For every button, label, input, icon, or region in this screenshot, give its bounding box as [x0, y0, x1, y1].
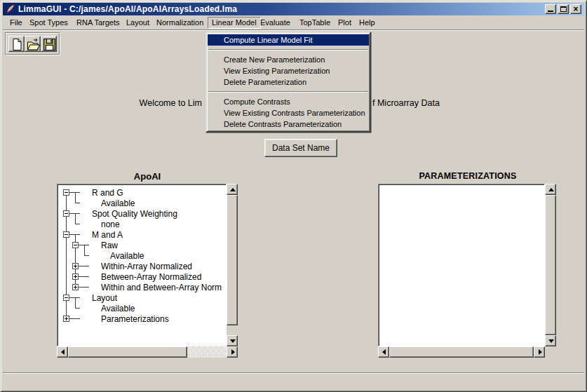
minus-box-icon[interactable]: [63, 210, 69, 217]
arrow-down-icon: [230, 339, 236, 343]
tree-node-within-array-normalized[interactable]: Within-Array Normalized: [98, 262, 192, 271]
tree-guides: [62, 208, 71, 219]
save-file-button[interactable]: [41, 36, 57, 52]
menu-item-compute-contrasts[interactable]: Compute Contrasts: [208, 96, 369, 107]
tree-node-available[interactable]: Available: [98, 198, 135, 208]
menu-item-view-existing-contrasts-parameterization[interactable]: View Existing Contrasts Parameterization: [208, 107, 369, 119]
tree-node-spot-quality-weighting[interactable]: Spot Quality Weighting: [89, 209, 177, 219]
scrollbar-thumb[interactable]: [389, 346, 534, 358]
tree-guides: [80, 261, 89, 271]
plus-box-icon[interactable]: [72, 263, 79, 269]
tree-guides: [80, 303, 89, 313]
dataset-tree-panel: R and GAvailableSpot Quality Weightingno…: [57, 184, 227, 346]
scrollbar-thumb[interactable]: [545, 195, 556, 335]
minus-box-icon[interactable]: [63, 231, 69, 238]
tree-node-none[interactable]: none: [98, 219, 120, 229]
right-panel-vertical-scrollbar[interactable]: [545, 184, 556, 346]
menubar-item-layout[interactable]: Layout: [122, 17, 154, 29]
plus-box-icon[interactable]: [72, 284, 79, 290]
tree-guides: [62, 219, 71, 229]
tree-node-m-and-a[interactable]: M and A: [89, 230, 123, 240]
menubar-item-evaluate[interactable]: Evaluate: [256, 17, 295, 29]
tree-guides: [80, 250, 89, 261]
tree-row: none: [62, 219, 224, 229]
minus-box-icon[interactable]: [63, 295, 69, 301]
arrow-left-icon: [382, 349, 386, 355]
arrow-left-icon: [61, 349, 65, 355]
tree-row: Spot Quality Weighting: [62, 208, 224, 219]
tree-node-parameterizations[interactable]: Parameterizations: [98, 314, 169, 324]
tree-guides: [62, 292, 71, 303]
tree-guides: [71, 198, 80, 208]
scroll-left-button[interactable]: [378, 346, 389, 358]
tree-guides: [80, 240, 89, 250]
data-set-name-button[interactable]: Data Set Name: [264, 139, 337, 157]
tree-guides: [71, 208, 80, 219]
tree-guides: [71, 250, 80, 261]
tree-row: Raw: [62, 240, 224, 250]
menubar-item-normalization[interactable]: Normalization: [152, 17, 208, 29]
menu-item-delete-parameterization[interactable]: Delete Parameterization: [208, 76, 369, 88]
tree-guides: [71, 313, 80, 324]
tree-row: Between-Array Normalized: [62, 271, 224, 282]
tree-guides: [71, 219, 80, 229]
menubar-item-rna-targets[interactable]: RNA Targets: [72, 17, 124, 29]
tree-row: Within and Between-Array Norm: [62, 282, 224, 292]
title-bar[interactable]: LimmaGUI - C:/james/ApoAI/ApoAIArraysLoa…: [3, 3, 584, 15]
plus-box-icon[interactable]: [72, 273, 79, 280]
menubar-item-linear-model[interactable]: Linear Model: [208, 17, 261, 29]
tree-guides: [71, 292, 80, 303]
tree-guides: [89, 303, 98, 313]
menubar-item-spot-types[interactable]: Spot Types: [25, 17, 72, 29]
menu-item-delete-contrasts-parameterization[interactable]: Delete Contrasts Parameterization: [208, 119, 369, 130]
toolbar-inner-frame: [6, 33, 60, 55]
open-file-button[interactable]: [25, 36, 41, 52]
menu-item-create-new-parameterization[interactable]: Create New Parameterization: [208, 54, 369, 65]
tree-node-layout[interactable]: Layout: [89, 293, 117, 303]
tree-guides: [80, 187, 89, 198]
tree-node-available[interactable]: Available: [98, 304, 135, 313]
minus-box-icon[interactable]: [72, 242, 79, 248]
close-button[interactable]: ×: [570, 4, 581, 14]
tree-node-within-and-between-array-norm[interactable]: Within and Between-Array Norm: [98, 283, 222, 292]
menubar-item-file[interactable]: File: [6, 17, 27, 29]
menubar-item-toptable[interactable]: TopTable: [295, 17, 335, 29]
left-panel-vertical-scrollbar[interactable]: [227, 184, 238, 346]
menu-item-compute-linear-model-fit[interactable]: Compute Linear Model Fit: [208, 34, 369, 46]
tree-node-r-and-g[interactable]: R and G: [89, 188, 123, 198]
scroll-down-button[interactable]: [545, 335, 556, 346]
new-file-button[interactable]: [8, 36, 25, 52]
parameterizations-list[interactable]: [378, 184, 545, 346]
close-icon: ×: [571, 5, 581, 13]
tree-node-between-array-normalized[interactable]: Between-Array Normalized: [98, 272, 201, 282]
menubar-item-plot[interactable]: Plot: [334, 17, 356, 29]
linear-model-menu: Compute Linear Model FitCreate New Param…: [205, 32, 371, 133]
scroll-left-button[interactable]: [57, 346, 68, 358]
tree-guides: [98, 250, 107, 261]
left-panel-horizontal-scrollbar[interactable]: [57, 346, 238, 358]
tree-guides: [62, 250, 71, 261]
scroll-up-button[interactable]: [227, 184, 238, 195]
scroll-up-button[interactable]: [545, 184, 556, 195]
tree-guides: [62, 187, 71, 198]
tree-node-raw[interactable]: Raw: [98, 241, 118, 250]
dataset-tree: R and GAvailableSpot Quality Weightingno…: [59, 186, 224, 344]
minimize-button[interactable]: [545, 4, 556, 14]
tree-guides: [89, 261, 98, 271]
right-panel-horizontal-scrollbar[interactable]: [378, 346, 545, 358]
scroll-right-button[interactable]: [534, 346, 545, 358]
scrollbar-thumb[interactable]: [227, 195, 238, 325]
arrow-up-icon: [548, 188, 554, 191]
menubar-item-help[interactable]: Help: [355, 17, 379, 29]
scroll-right-button[interactable]: [227, 346, 238, 358]
minus-box-icon[interactable]: [63, 189, 69, 196]
maximize-button[interactable]: [558, 4, 569, 14]
tree-node-available[interactable]: Available: [107, 251, 144, 261]
menu-item-view-existing-parameterization[interactable]: View Existing Parameterization: [208, 65, 369, 76]
scrollbar-thumb[interactable]: [68, 346, 187, 358]
plus-box-icon[interactable]: [63, 316, 69, 322]
tree-guides: [62, 261, 71, 271]
tree-guides: [80, 292, 89, 303]
tree-guides: [71, 282, 80, 292]
scroll-down-button[interactable]: [227, 335, 238, 346]
